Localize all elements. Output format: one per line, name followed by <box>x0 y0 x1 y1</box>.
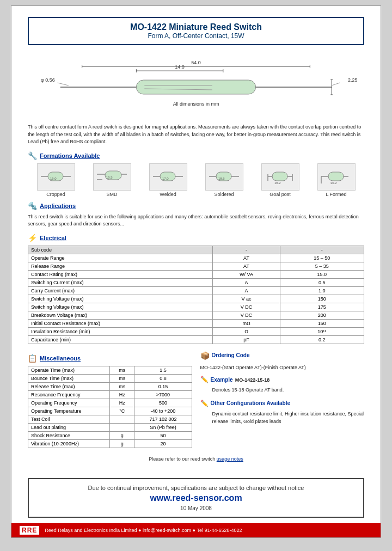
misc-cell-7-0: Lead out plating <box>28 423 110 431</box>
svg-rect-36 <box>272 172 287 181</box>
formation-cropped: 15.0 Cropped <box>37 163 75 197</box>
formation-goalpost: 16.2 Goal post <box>261 163 299 197</box>
ordering-icon: 📦 <box>200 350 210 362</box>
formation-img-soldered: 18.6 <box>205 163 243 191</box>
misc-row: Release Time (max)ms0.15 <box>28 382 192 390</box>
example-code: MO-1422-15-18 <box>235 376 270 384</box>
date: 10 May 2008 <box>34 505 358 511</box>
other-desc: Dynamic contact resistance limit, Higher… <box>212 410 365 426</box>
electrical-row: Switching Current (max)A0.5 <box>28 278 364 286</box>
improvement-text: Due to continual improvement, specificat… <box>34 485 358 491</box>
svg-text:16.2: 16.2 <box>274 181 281 185</box>
elec-cell-3-2: 15.0 <box>280 270 364 278</box>
misc-cell-8-1: g <box>110 431 134 439</box>
formation-label-goalpost: Goal post <box>261 192 299 197</box>
footer-note-text: Please refer to our reed switch <box>149 456 217 462</box>
misc-cell-8-0: Shock Resistance <box>28 431 110 439</box>
misc-header: 📋 Miscellaneous <box>28 354 192 363</box>
misc-cell-0-2: 1.5 <box>134 366 192 374</box>
svg-text:30.2: 30.2 <box>330 181 337 185</box>
elec-cell-0-2: - <box>280 246 364 254</box>
elec-cell-4-1: A <box>213 278 280 286</box>
elec-cell-7-2: 175 <box>280 303 364 311</box>
electrical-row: Initial Contact Resistance (max)mΩ150 <box>28 319 364 327</box>
elec-cell-5-0: Carry Current (max) <box>28 286 213 295</box>
applications-icon: 🔩 <box>28 201 37 210</box>
elec-cell-5-1: A <box>213 286 280 295</box>
formation-label-soldered: Soldered <box>205 192 243 197</box>
bottom-section: 📋 Miscellaneous Operate Time (max)ms1.5B… <box>28 350 364 448</box>
svg-rect-9 <box>136 80 255 94</box>
misc-cell-2-1: ms <box>110 382 134 390</box>
diagram-svg: 54.0 14.0 φ 0.56 2.25 <box>28 53 364 118</box>
formation-soldered: 18.6 Soldered <box>205 163 243 197</box>
improvement-box: Due to continual improvement, specificat… <box>28 478 364 518</box>
footer-company: Reed Relays and Electronics India Limite… <box>45 528 137 533</box>
misc-cell-9-1: g <box>110 439 134 448</box>
formations-icon: 🔧 <box>28 151 37 160</box>
elec-cell-1-0: Operate Range <box>28 254 213 262</box>
svg-line-16 <box>332 83 340 85</box>
svg-text:15.0: 15.0 <box>50 177 57 180</box>
elec-cell-6-1: V ac <box>213 295 280 303</box>
misc-row: Test Coil717 102 002 <box>28 415 192 423</box>
footer-note: Please refer to our reed switch usage no… <box>28 456 364 462</box>
misc-cell-8-2: 50 <box>134 431 192 439</box>
other-title: Other Configurations Available <box>211 399 291 408</box>
example-title: Example <box>211 376 233 384</box>
elec-cell-10-0: Insulation Resistance (min) <box>28 327 213 335</box>
electrical-row: Operate RangeAT15 – 50 <box>28 254 364 262</box>
elec-cell-6-2: 150 <box>280 295 364 303</box>
formations-grid: 15.0 Cropped 15.5 SMD <box>28 163 364 197</box>
applications-text: This reed switch is suitable for use in … <box>28 213 364 228</box>
elec-cell-8-1: V DC <box>213 311 280 319</box>
misc-cell-0-0: Operate Time (max) <box>28 366 110 374</box>
formation-img-cropped: 15.0 <box>37 163 75 191</box>
misc-cell-1-2: 0.8 <box>134 374 192 382</box>
misc-cell-6-1 <box>110 415 134 423</box>
misc-icon: 📋 <box>28 354 37 363</box>
misc-cell-7-2: Sn (Pb free) <box>134 423 192 431</box>
elec-cell-2-1: AT <box>213 262 280 270</box>
misc-row: Lead out platingSn (Pb free) <box>28 423 192 431</box>
elec-cell-10-1: Ω <box>213 327 280 335</box>
other-icon: ✏️ <box>200 399 209 409</box>
page: MO-1422 Miniature Reed Switch Form A, Of… <box>11 5 381 538</box>
misc-cell-5-0: Operating Temperature <box>28 407 110 415</box>
elec-cell-11-0: Capacitance (min) <box>28 335 213 344</box>
ordering-title: Ordering Code <box>212 351 250 360</box>
misc-cell-3-2: >7000 <box>134 390 192 399</box>
svg-text:54.0: 54.0 <box>191 60 200 65</box>
misc-cell-4-0: Operating Frequency <box>28 399 110 407</box>
misc-cell-2-0: Release Time (max) <box>28 382 110 390</box>
elec-cell-7-0: Switching Voltage (max) <box>28 303 213 311</box>
description-text: This off centre contact form A reed swit… <box>28 124 364 146</box>
footer-separator1: ● <box>137 528 142 533</box>
formation-img-goalpost: 16.2 <box>261 163 299 191</box>
misc-row: Resonance FrequencyHz>7000 <box>28 390 192 399</box>
formation-img-welded: 17.0 <box>149 163 187 191</box>
elec-cell-2-0: Release Range <box>28 262 213 270</box>
electrical-row: Capacitance (min)pF0.2 <box>28 335 364 344</box>
svg-text:2.25: 2.25 <box>348 77 357 83</box>
footer-email: info@reed-switch.com <box>143 528 191 533</box>
main-title: MO-1422 Miniature Reed Switch <box>34 22 358 32</box>
elec-cell-3-1: W/ VA <box>213 270 280 278</box>
elec-cell-8-2: 200 <box>280 311 364 319</box>
elec-cell-0-0: Sub code <box>28 246 213 254</box>
electrical-row: Sub code-- <box>28 246 364 254</box>
electrical-icon: ⚡ <box>28 234 37 242</box>
elec-cell-11-1: pF <box>213 335 280 344</box>
misc-cell-3-0: Resonance Frequency <box>28 390 110 399</box>
misc-row: Vibration (10-2000Hz)g20 <box>28 439 192 448</box>
electrical-header: ⚡ Electrical <box>28 234 364 242</box>
electrical-row: Release RangeAT5 – 35 <box>28 262 364 270</box>
formation-lformed: 30.2 L Formed <box>317 163 356 197</box>
elec-cell-9-1: mΩ <box>213 319 280 327</box>
misc-cell-1-1: ms <box>110 374 134 382</box>
formation-label-cropped: Cropped <box>37 192 75 197</box>
sub-title: Form A, Off-Center Contact, 15W <box>34 32 358 40</box>
usage-notes-link[interactable]: usage notes <box>217 456 243 462</box>
svg-text:All dimensions in mm: All dimensions in mm <box>173 101 219 107</box>
website: www.reed-sensor.com <box>34 493 358 503</box>
